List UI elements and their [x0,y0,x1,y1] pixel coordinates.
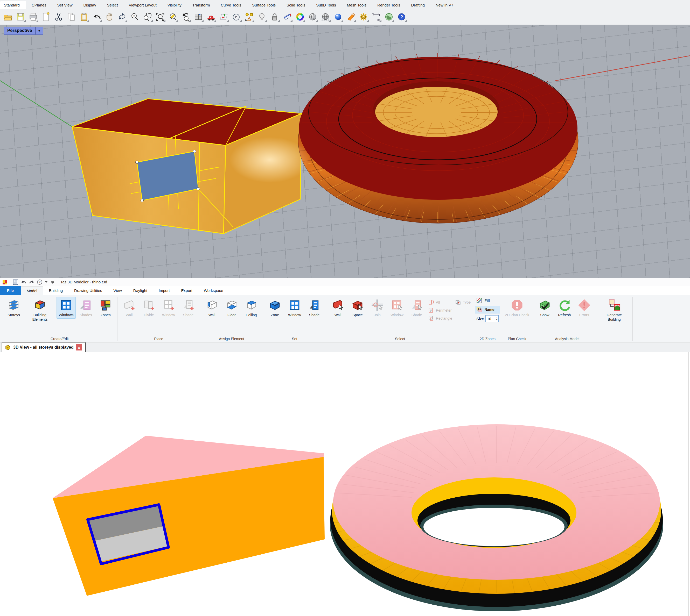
rotate-view-icon[interactable] [117,12,127,22]
close-tab-button[interactable]: x [76,344,82,351]
spinner-buttons[interactable]: ▲▼ [495,315,498,322]
set-shade-button[interactable]: Shade [305,297,324,318]
lamp-icon[interactable] [257,12,267,22]
pan-hand-icon[interactable] [104,12,114,22]
save-icon[interactable] [15,12,26,22]
set-zone-button[interactable]: Zone [265,297,285,318]
customize-quick-access-icon[interactable] [50,279,56,285]
move-along-curve-icon[interactable] [206,12,216,22]
object-snap-icon[interactable] [244,12,254,22]
control-point[interactable] [193,150,196,153]
cut-icon[interactable] [54,12,64,22]
place-wall-button[interactable]: Wall [120,297,139,318]
spin-up-icon[interactable]: ▲ [496,317,498,318]
earth-icon[interactable] [384,12,394,22]
select-perimeter-button[interactable]: Perimeter [428,307,452,313]
assign-wall-button[interactable]: Wall [202,297,222,318]
help-icon[interactable]: ? [396,12,407,22]
building-elements-button[interactable]: Building Elements [24,297,56,323]
refresh-button[interactable]: Refresh [555,297,574,318]
select-all-button[interactable]: All [428,300,452,305]
spin-down-icon[interactable]: ▼ [496,319,498,321]
menu-surface-tools[interactable]: Surface Tools [247,1,281,9]
help-button[interactable]: ? [37,279,43,285]
render-sphere-icon[interactable] [308,12,318,22]
tas-building-box[interactable] [53,436,325,596]
undo-view-icon[interactable] [181,12,191,22]
menu-mesh-tools[interactable]: Mesh Tools [341,1,372,9]
menu-render-tools[interactable]: Render Tools [372,1,405,9]
viewport-title[interactable]: Perspective [4,27,35,35]
select-window-button[interactable]: Window [388,297,406,318]
storeys-button[interactable]: Storeys [4,297,23,318]
pie-chart-icon[interactable] [282,12,292,22]
name-button[interactable]: Aa Name [475,306,500,313]
zoom-selected-icon[interactable] [168,12,178,22]
tab-view[interactable]: View [108,286,128,295]
menu-standard[interactable]: Standard [0,1,26,9]
select-rectangle-button[interactable]: Rectangle [428,315,452,321]
menu-drafting[interactable]: Drafting [405,1,430,9]
undo-button[interactable] [21,279,26,285]
zoom-extents-icon[interactable] [155,12,165,22]
tab-file[interactable]: File [0,286,21,295]
redo-button[interactable] [29,279,35,285]
render-sphere-grid-icon[interactable] [320,12,331,22]
menu-visibility[interactable]: Visibility [162,1,187,9]
zoom-window-icon[interactable] [142,12,153,22]
assign-floor-button[interactable]: Floor [222,297,241,318]
tas-torus[interactable] [330,424,663,611]
select-wall-button[interactable]: Wall [328,297,348,318]
menu-select[interactable]: Select [102,1,123,9]
fill-button[interactable]: Fill [475,297,500,305]
menu-viewport-layout[interactable]: Viewport Layout [123,1,162,9]
select-space-button[interactable]: Space [348,297,367,318]
select-shade-button[interactable]: Shade [407,297,426,318]
menu-transform[interactable]: Transform [187,1,215,9]
generate-building-button[interactable]: Generate Building [598,297,630,323]
lock-icon[interactable] [269,12,280,22]
select-type-button[interactable]: Type [455,300,471,305]
shaded-sphere-icon[interactable] [333,12,343,22]
menu-solid-tools[interactable]: Solid Tools [281,1,311,9]
undo-icon[interactable] [91,12,102,22]
place-window-button[interactable]: Window [159,297,178,318]
shades-button[interactable]: Shades [76,297,96,318]
set-window-button[interactable]: Window [285,297,304,318]
open-file-icon[interactable] [3,12,13,22]
size-spinner[interactable]: 10 ▲▼ [485,315,499,322]
tab-export[interactable]: Export [175,286,198,295]
rhino-viewport[interactable]: Perspective ▼ [0,25,690,278]
circle-icon[interactable] [231,12,242,22]
viewport-dropdown[interactable]: ▼ [35,27,43,35]
viewport-layout-icon[interactable] [193,12,204,22]
errors-button[interactable]: Errors [574,297,594,318]
options-gear-icon[interactable] [358,12,369,22]
print-icon[interactable] [28,12,38,22]
viewport-label[interactable]: Perspective ▼ [4,27,43,35]
windows-button[interactable]: Windows [57,297,76,318]
tas-3d-view[interactable] [0,352,688,616]
tab-daylight[interactable]: Daylight [128,286,153,295]
zoom-icon[interactable]: ± [130,12,140,22]
control-point[interactable] [197,188,200,191]
paste-icon[interactable] [79,12,89,22]
torus-hole-inner[interactable] [375,87,498,137]
2d-plan-check-button[interactable]: 2D Plan Check [503,297,530,318]
help-dropdown-icon[interactable] [45,281,47,283]
spotlight-icon[interactable] [346,12,356,22]
save-button[interactable] [13,279,18,285]
tab-import[interactable]: Import [153,286,175,295]
color-wheel-icon[interactable] [295,12,305,22]
menu-display[interactable]: Display [78,1,102,9]
control-point[interactable] [141,199,144,202]
cplane-icon[interactable] [218,12,229,22]
size-value[interactable]: 10 [486,317,495,321]
menu-cplanes[interactable]: CPlanes [26,1,52,9]
tab-building[interactable]: Building [43,286,68,295]
select-join-button[interactable]: Join [368,297,387,318]
tab-workspace[interactable]: Workspace [198,286,229,295]
tab-drawing-utilities[interactable]: Drawing Utilities [68,286,108,295]
place-divide-button[interactable]: Divide [139,297,159,318]
new-document-icon[interactable] [41,12,51,22]
